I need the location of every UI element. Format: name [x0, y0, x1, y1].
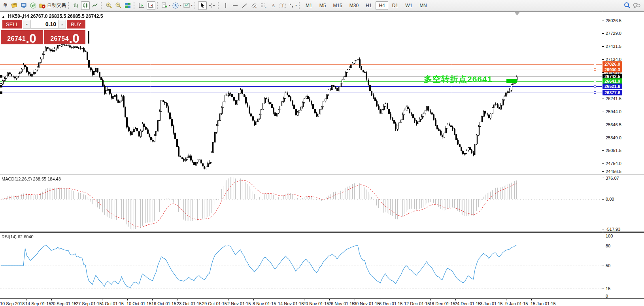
rsi-tick-mark: [602, 298, 604, 299]
chart-shift-marker[interactable]: [514, 12, 520, 15]
hline-price-flag: 26641.9: [602, 78, 622, 84]
price-axis[interactable]: 28026.527729.027431.527134.026836.526241…: [602, 11, 644, 298]
channel-tool[interactable]: E: [250, 1, 259, 10]
time-tick-mark: [531, 299, 532, 300]
trendline-tool[interactable]: [240, 1, 249, 10]
time-axis-label: 10 Sep 2018: [0, 301, 25, 306]
buy-button-label: BUY: [71, 21, 81, 27]
toolbar-grip: [218, 2, 219, 9]
timeframe-d1[interactable]: D1: [389, 1, 401, 10]
templates-dropdown-caret[interactable]: ▾: [191, 4, 193, 7]
time-axis-label: 24 Dec 01:15: [455, 301, 480, 306]
macd-tick-mark: [602, 177, 604, 177]
text-tool[interactable]: A: [269, 1, 278, 10]
pivot-annotation-text[interactable]: 多空转折点26641: [424, 74, 492, 85]
chat-icon[interactable]: [632, 1, 641, 10]
rsi-tick-label: 80: [606, 243, 610, 248]
time-tick-mark: [329, 299, 330, 300]
crosshair-button[interactable]: [208, 1, 216, 10]
vertical-line-tool[interactable]: [221, 1, 230, 10]
volume-increase-button[interactable]: ▲: [58, 20, 66, 28]
time-tick-mark: [102, 299, 102, 300]
price-tick-mark: [602, 72, 604, 73]
cursor-button[interactable]: [198, 1, 207, 10]
zoom-out-button[interactable]: [114, 1, 123, 10]
search-icon[interactable]: [623, 1, 631, 10]
price-tick-label: 26241.5: [606, 96, 621, 101]
signals-icon[interactable]: [29, 1, 38, 10]
rsi-tick-label: 0: [606, 294, 608, 298]
candlestick-chart-button[interactable]: [81, 1, 90, 10]
zoom-in-button[interactable]: [104, 1, 113, 10]
volume-decrease-button[interactable]: ▼: [23, 20, 31, 28]
bar-chart-button[interactable]: [72, 1, 80, 10]
price-tick-mark: [602, 163, 604, 164]
market-watch-icon[interactable]: [10, 1, 19, 10]
horizontal-line-tool[interactable]: [231, 1, 240, 10]
line-chart-button[interactable]: [91, 1, 99, 10]
indicators-dropdown-caret[interactable]: ▾: [169, 4, 170, 7]
time-axis-label: 6 Dec 01:15: [379, 301, 402, 306]
timeframe-h1[interactable]: H1: [363, 1, 375, 10]
price-chart-canvas[interactable]: [0, 11, 602, 174]
macd-pane-canvas[interactable]: [0, 175, 602, 232]
sell-price-button[interactable]: 26741 .0: [1, 30, 43, 44]
timeframe-h4[interactable]: H4: [376, 1, 388, 10]
time-tick-mark: [355, 299, 355, 300]
price-tick-label: 27729.0: [606, 31, 621, 36]
arrows-tool[interactable]: ▾: [288, 1, 297, 10]
timeframe-m15[interactable]: M15: [330, 1, 345, 10]
pane-separator[interactable]: [0, 174, 644, 175]
text-label-tool[interactable]: T: [278, 1, 287, 10]
panel-resize-handle[interactable]: [88, 31, 89, 44]
new-order-button[interactable]: 单: [0, 1, 9, 10]
time-tick-mark: [203, 299, 203, 300]
sell-button[interactable]: SELL: [2, 20, 22, 29]
timeframe-w1[interactable]: W1: [402, 1, 415, 10]
price-tick-label: 25646.5: [606, 122, 621, 127]
time-axis[interactable]: 10 Sep 201814 Sep 01:1520 Sep 01:1527 Se…: [0, 298, 644, 306]
time-axis-label: 23 Oct 01:15: [177, 301, 202, 306]
svg-text:E: E: [255, 6, 257, 9]
time-tick-mark: [77, 299, 77, 300]
rsi-pane-canvas[interactable]: [0, 233, 602, 298]
macd-tick-label: 0.00: [606, 197, 614, 201]
timeframe-m30[interactable]: M30: [346, 1, 362, 10]
time-tick-mark: [1, 299, 1, 300]
rsi-tick-mark: [602, 233, 604, 233]
arrows-dropdown-caret[interactable]: ▾: [295, 4, 297, 7]
fibonacci-tool[interactable]: F: [259, 1, 268, 10]
svg-text:A: A: [272, 3, 275, 8]
price-tick-mark: [602, 21, 604, 21]
buy-price-button[interactable]: 26754 .0: [44, 30, 85, 44]
buy-button[interactable]: BUY: [67, 20, 85, 29]
auto-scroll-button[interactable]: [137, 1, 146, 10]
timeframe-m1[interactable]: M1: [302, 1, 315, 10]
pane-separator[interactable]: [0, 232, 644, 233]
toolbar-grip: [101, 2, 102, 9]
timeframe-m5[interactable]: M5: [316, 1, 329, 10]
time-axis-label: 27 Sep 01:15: [76, 301, 102, 306]
price-tick-mark: [602, 33, 604, 34]
time-tick-mark: [279, 299, 279, 300]
price-tick-mark: [602, 59, 604, 60]
timeframe-mn[interactable]: MN: [416, 1, 430, 10]
time-tick-mark: [26, 299, 26, 300]
chart-plot-area[interactable]: [0, 11, 602, 306]
autotrading-button[interactable]: 自动交易: [38, 1, 66, 10]
rsi-tick-label: 50: [606, 263, 610, 268]
chart-shift-button[interactable]: [147, 1, 155, 10]
periods-dropdown-caret[interactable]: ▾: [180, 4, 181, 7]
price-tick-mark: [602, 171, 604, 172]
templates-button[interactable]: ▾: [183, 1, 193, 10]
buy-price-dec: .0: [69, 33, 79, 44]
volume-input[interactable]: [31, 20, 58, 28]
svg-text:T: T: [281, 4, 284, 8]
tile-windows-button[interactable]: [123, 1, 132, 10]
indicators-button[interactable]: ▾: [161, 1, 171, 10]
price-tick-mark: [602, 150, 604, 151]
publisher-icon[interactable]: [19, 1, 28, 10]
toolbar-grip: [195, 2, 196, 9]
terminal-window: 单 自动交易: [0, 0, 644, 306]
periods-button[interactable]: ▾: [172, 1, 182, 10]
